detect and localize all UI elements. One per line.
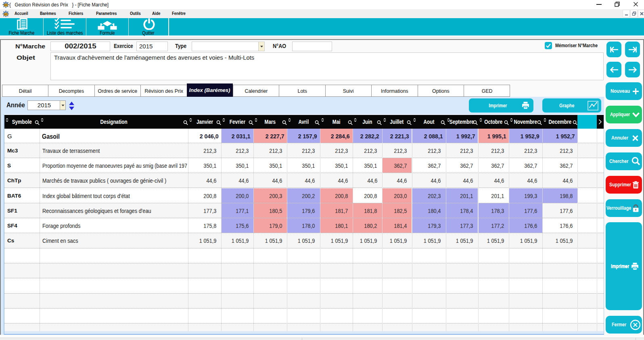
svg-text:WD: WD	[4, 13, 8, 16]
svg-text:WD: WD	[4, 4, 8, 6]
